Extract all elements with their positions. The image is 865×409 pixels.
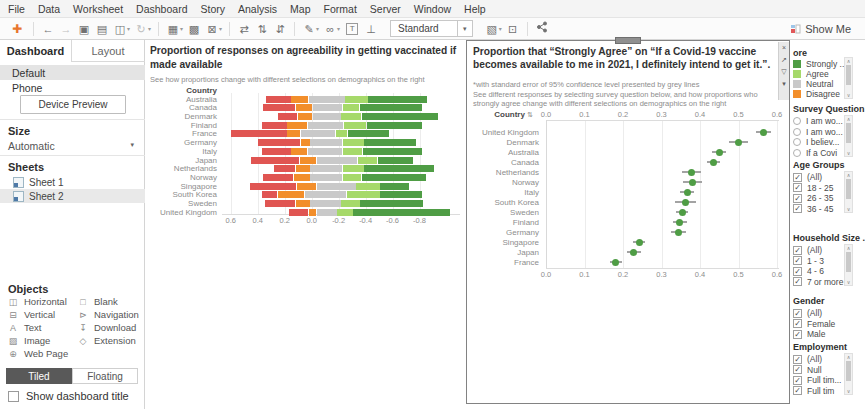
filter-item-null[interactable]: ✓Null [793, 365, 822, 375]
menu-story[interactable]: Story [200, 3, 225, 15]
menu-window[interactable]: Window [414, 3, 451, 15]
bar-disagree[interactable] [296, 200, 310, 207]
bar-agree[interactable] [347, 191, 380, 198]
undo-icon[interactable]: ← [39, 22, 57, 36]
scroll-down-icon[interactable]: ∨ [845, 150, 852, 156]
dot-mark[interactable] [675, 229, 682, 236]
bar-neutral[interactable] [308, 122, 344, 129]
chevron-down-icon[interactable]: ▾ [130, 141, 134, 149]
share-icon[interactable] [533, 21, 551, 36]
dot-mark[interactable] [710, 159, 717, 166]
chevron-down-icon[interactable]: ▾ [316, 25, 319, 32]
bar-strongly-agree[interactable] [363, 148, 422, 155]
menu-analysis[interactable]: Analysis [238, 3, 277, 15]
remove-icon[interactable]: × [779, 42, 789, 54]
bar-agree[interactable] [345, 96, 367, 103]
sheet-item-sheet2[interactable]: Sheet 2 [0, 189, 145, 203]
menu-worksheet[interactable]: Worksheet [73, 3, 123, 15]
checkbox-checked-icon[interactable]: ✓ [793, 355, 802, 364]
bar-strongly-disagree[interactable] [263, 174, 293, 181]
tab-dashboard[interactable]: Dashboard [0, 40, 72, 62]
sheet-drag-handle[interactable] [615, 37, 641, 44]
object-text[interactable]: AText [8, 322, 41, 333]
filter-item-46[interactable]: ✓4 - 6 [793, 266, 824, 276]
bar-neutral[interactable] [313, 113, 341, 120]
radio-icon[interactable] [793, 117, 801, 125]
size-value[interactable]: Automatic [8, 140, 55, 152]
filter-item-male[interactable]: ✓Male [793, 329, 825, 339]
bar-neutral[interactable] [317, 209, 337, 216]
bar-disagree[interactable] [296, 165, 310, 172]
object-web-page[interactable]: ⊕Web Page [8, 348, 68, 359]
duplicate-icon[interactable]: ▩ [185, 22, 203, 36]
new-data-source-icon[interactable]: ▤ [93, 22, 111, 36]
bar-strongly-agree[interactable] [368, 96, 427, 103]
bar-strongly-disagree[interactable] [262, 191, 278, 198]
bar-strongly-disagree[interactable] [278, 113, 298, 120]
scroll-thumb[interactable] [846, 252, 851, 272]
legend-item-agree[interactable]: Agree [793, 69, 829, 79]
filter-item-all[interactable]: ✓(All) [793, 172, 822, 182]
legend-item-disagree[interactable]: Disagree [793, 89, 840, 99]
menu-dashboard[interactable]: Dashboard [136, 3, 187, 15]
dot-mark[interactable] [612, 259, 619, 266]
checkbox-checked-icon[interactable]: ✓ [793, 376, 802, 385]
bar-disagree[interactable] [301, 139, 310, 146]
scrollbar[interactable]: ∧∨ [844, 353, 853, 395]
tiled-button[interactable]: Tiled [6, 368, 72, 384]
object-download[interactable]: ↧Download [78, 322, 136, 333]
show-me-button[interactable]: Show Me [791, 23, 857, 35]
device-default-row[interactable]: Default [0, 65, 145, 80]
menu-help[interactable]: Help [464, 3, 486, 15]
bar-disagree[interactable] [287, 130, 300, 137]
scroll-thumb[interactable] [846, 361, 851, 381]
go-to-sheet-icon[interactable]: ↗ [779, 54, 789, 66]
legend-item-neutral[interactable]: Neutral [793, 79, 833, 89]
scrollbar[interactable]: ∧∨ [844, 57, 853, 99]
bar-strongly-agree[interactable] [380, 183, 409, 190]
dot-mark[interactable] [760, 129, 767, 136]
scroll-down-icon[interactable]: ∨ [845, 279, 852, 285]
bar-strongly-agree[interactable] [378, 157, 414, 164]
bar-neutral[interactable] [309, 96, 345, 103]
filter-item-all[interactable]: ✓(All) [793, 308, 822, 318]
bar-neutral[interactable] [310, 174, 342, 181]
filter-item-fulltim[interactable]: ✓Full tim... [793, 375, 841, 385]
bar-neutral[interactable] [313, 104, 342, 111]
filter-item-13[interactable]: ✓1 - 3 [793, 256, 824, 266]
filter-item-7ormore[interactable]: ✓7 or more [793, 277, 843, 287]
bar-strongly-disagree[interactable] [263, 104, 295, 111]
scroll-up-icon[interactable]: ∧ [845, 58, 852, 64]
dot-mark[interactable] [630, 249, 637, 256]
scroll-up-icon[interactable]: ∧ [845, 172, 852, 178]
view-mode-select[interactable]: Standard▾ [390, 20, 473, 37]
filter-item-2635[interactable]: ✓26 - 35 [793, 193, 833, 203]
bar-strongly-agree[interactable] [360, 104, 421, 111]
filter-item-all[interactable]: ✓(All) [793, 354, 822, 364]
chevron-down-icon[interactable]: ▾ [219, 25, 222, 32]
filter-item-1825[interactable]: ✓18 - 25 [793, 183, 833, 193]
bar-neutral[interactable] [310, 200, 340, 207]
sheet2-dot-plot-selected[interactable]: ×↗▽▾ Proportion that “Strongly Agree” on… [466, 40, 790, 404]
checkbox-checked-icon[interactable]: ✓ [793, 365, 802, 374]
tableau-logo-icon[interactable]: ✚ [8, 22, 26, 36]
bar-agree[interactable] [336, 130, 348, 137]
scroll-down-icon[interactable]: ∨ [845, 388, 852, 394]
bar-disagree[interactable] [291, 148, 307, 155]
fix-axes-icon[interactable]: ⊥ [362, 22, 380, 36]
bar-agree[interactable] [343, 165, 364, 172]
checkbox-checked-icon[interactable]: ✓ [793, 183, 802, 192]
menu-format[interactable]: Format [324, 3, 357, 15]
device-preview-button[interactable]: Device Preview [20, 95, 126, 114]
bar-agree[interactable] [344, 122, 366, 129]
checkbox-checked-icon[interactable]: ✓ [793, 386, 802, 395]
tab-layout[interactable]: Layout [72, 40, 144, 62]
checkbox-checked-icon[interactable]: ✓ [793, 309, 802, 318]
menu-server[interactable]: Server [370, 3, 401, 15]
bar-neutral[interactable] [301, 130, 335, 137]
filter-item-all[interactable]: ✓(All) [793, 245, 822, 255]
bar-strongly-disagree[interactable] [266, 96, 291, 103]
bar-agree[interactable] [356, 183, 380, 190]
checkbox-checked-icon[interactable]: ✓ [793, 277, 802, 286]
filter-item-iamwo[interactable]: I am wo... [793, 127, 843, 137]
